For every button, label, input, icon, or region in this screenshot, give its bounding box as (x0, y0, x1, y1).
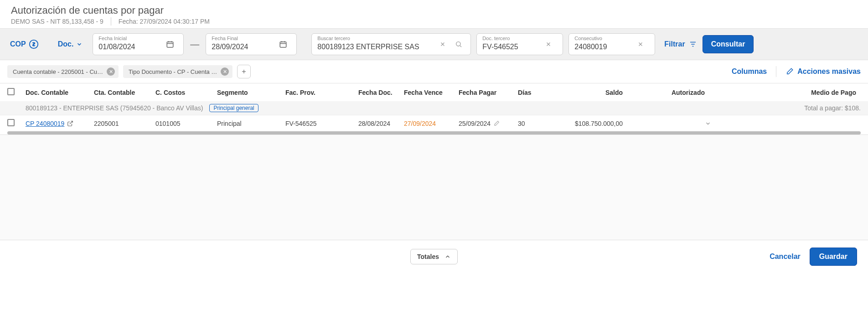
doc-dropdown[interactable]: Doc. (58, 40, 83, 48)
cell-fecha-doc: 28/08/2024 (358, 120, 404, 127)
svg-rect-1 (167, 42, 174, 47)
calendar-icon[interactable] (161, 40, 179, 48)
group-name: 800189123 - ENTERPRISE SAS (75945620 - B… (26, 104, 203, 112)
doc-tercero-field[interactable]: Doc. tercero (476, 33, 563, 55)
fecha-final-field[interactable]: Fecha Final (206, 33, 297, 55)
svg-line-22 (70, 121, 72, 124)
separator (111, 17, 111, 26)
col-fecha-pagar[interactable]: Fecha Pagar (459, 89, 518, 96)
chip-label: Tipo Documento - CP - Cuenta … (129, 68, 217, 75)
chip-label: Cuenta contable - 2205001 - Cu… (13, 68, 103, 75)
cell-costos: 0101005 (155, 120, 217, 127)
tercero-label: Buscar tercero (317, 36, 350, 41)
table-header: Doc. Contable Cta. Contable C. Costos Se… (0, 83, 868, 101)
cell-fecha-pagar[interactable]: 25/09/2024 (459, 120, 518, 127)
svg-line-12 (460, 46, 461, 47)
footer: Totales Cancelar Guardar (0, 240, 868, 273)
col-fac-prov[interactable]: Fac. Prov. (285, 89, 358, 96)
data-table: Doc. Contable Cta. Contable C. Costos Se… (0, 83, 868, 135)
search-icon[interactable] (450, 41, 467, 48)
principal-badge: Principal general (209, 104, 258, 112)
select-all-checkbox[interactable] (7, 88, 15, 95)
date-range-dash: — (189, 39, 200, 50)
acciones-masivas-button[interactable]: Acciones masivas (785, 67, 861, 76)
col-dias[interactable]: Días (518, 89, 563, 96)
horizontal-scrollbar[interactable] (7, 131, 861, 134)
cell-dias: 30 (518, 120, 563, 127)
col-medio-pago[interactable]: Medio de Pago (705, 89, 861, 96)
acciones-masivas-label: Acciones masivas (797, 67, 861, 76)
group-total: Total a pagar: $108. (804, 104, 861, 112)
doc-dropdown-label: Doc. (58, 40, 74, 48)
external-link-icon (67, 120, 73, 127)
chips-row: Cuenta contable - 2205001 - Cu… ✕ Tipo D… (0, 60, 868, 83)
cell-fac: FV-546525 (285, 120, 358, 127)
fecha-final-label: Fecha Final (212, 36, 238, 41)
filter-chip-cuenta[interactable]: Cuenta contable - 2205001 - Cu… ✕ (7, 65, 119, 78)
cell-fecha-vence: 27/09/2024 (404, 120, 459, 127)
cell-segmento: Principal (217, 120, 285, 127)
fecha-inicial-field[interactable]: Fecha Inicial (93, 33, 184, 55)
clear-icon[interactable] (541, 41, 556, 47)
tercero-field[interactable]: Buscar tercero (311, 33, 471, 55)
col-autorizado[interactable]: Autorizado (641, 89, 705, 96)
consultar-button[interactable]: Consultar (703, 35, 754, 53)
filter-chip-tipo-doc[interactable]: Tipo Documento - CP - Cuenta … ✕ (123, 65, 232, 78)
col-cta-contable[interactable]: Cta. Contable (94, 89, 155, 96)
col-segmento[interactable]: Segmento (217, 89, 285, 96)
currency-indicator[interactable]: COP (10, 39, 39, 49)
doc-link-text: CP 24080019 (26, 120, 64, 127)
columnas-button[interactable]: Columnas (732, 67, 767, 76)
table-row: CP 24080019 2205001 0101005 Principal FV… (0, 115, 868, 131)
add-filter-button[interactable] (237, 65, 251, 78)
svg-rect-5 (280, 42, 287, 47)
cancelar-button[interactable]: Cancelar (770, 253, 801, 261)
filtrar-label: Filtrar (664, 40, 685, 48)
doc-tercero-label: Doc. tercero (482, 36, 510, 41)
separator (776, 66, 776, 77)
col-fecha-vence[interactable]: Fecha Vence (404, 89, 459, 96)
timestamp: Fecha: 27/09/2024 04:30:17 PM (119, 18, 210, 25)
chevron-down-icon (76, 41, 83, 47)
col-doc-contable[interactable]: Doc. Contable (26, 89, 94, 96)
chevron-up-icon (444, 253, 451, 260)
group-header: 800189123 - ENTERPRISE SAS (75945620 - B… (0, 101, 868, 115)
page-title: Autorización de cuentas por pagar (11, 5, 857, 16)
pencil-icon[interactable] (493, 120, 500, 127)
fecha-inicial-label: Fecha Inicial (98, 36, 127, 41)
col-c-costos[interactable]: C. Costos (155, 89, 217, 96)
filtrar-button[interactable]: Filtrar (664, 40, 697, 48)
guardar-button[interactable]: Guardar (810, 248, 857, 266)
row-checkbox[interactable] (7, 119, 15, 126)
dollar-icon (29, 39, 39, 49)
svg-point-11 (456, 42, 460, 46)
close-icon[interactable]: ✕ (221, 67, 229, 76)
pencil-icon (785, 67, 794, 76)
filter-bar: COP Doc. Fecha Inicial — Fecha Final Bus… (0, 28, 868, 60)
doc-link[interactable]: CP 24080019 (26, 120, 73, 127)
consecutivo-field[interactable]: Consecutivo (568, 33, 655, 55)
cell-cta: 2205001 (94, 120, 155, 127)
totales-label: Totales (417, 253, 439, 260)
filter-icon (689, 40, 697, 48)
col-fecha-doc[interactable]: Fecha Doc. (358, 89, 404, 96)
close-icon[interactable]: ✕ (107, 67, 115, 76)
cell-saldo: $108.750.000,00 (563, 120, 641, 127)
totales-toggle[interactable]: Totales (410, 249, 458, 264)
col-saldo[interactable]: Saldo (563, 89, 641, 96)
currency-label: COP (10, 40, 26, 48)
cell-medio-pago[interactable] (705, 120, 861, 127)
empty-area (0, 135, 868, 240)
fecha-pagar-value: 25/09/2024 (459, 120, 491, 127)
calendar-icon[interactable] (274, 40, 292, 48)
clear-icon[interactable] (633, 41, 648, 47)
chevron-down-icon (705, 120, 856, 127)
company-info: DEMO SAS - NIT 85,133,458 - 9 (11, 18, 103, 25)
consecutivo-label: Consecutivo (574, 36, 602, 41)
clear-icon[interactable] (435, 41, 450, 47)
